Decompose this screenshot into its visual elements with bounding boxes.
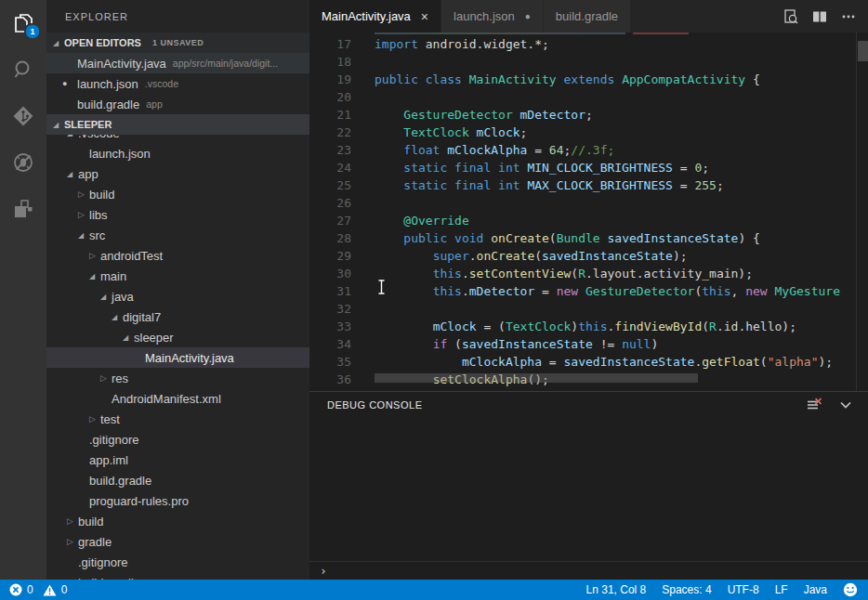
tree-item-androidmanifest-xml[interactable]: AndroidManifest.xml bbox=[46, 388, 309, 409]
open-editor-launch.json[interactable]: ●launch.json.vscode bbox=[46, 73, 309, 94]
line-number[interactable]: 28 bbox=[309, 231, 351, 245]
tree-item-digital7[interactable]: ◢digital7 bbox=[46, 307, 309, 327]
code-token: 64 bbox=[549, 143, 564, 157]
activity-bar-item-debug[interactable] bbox=[0, 139, 46, 186]
activity-bar-item-search[interactable] bbox=[0, 46, 46, 93]
code-line-31[interactable]: 31 this.mDetector = new GestureDetector(… bbox=[309, 282, 868, 300]
line-number[interactable]: 33 bbox=[309, 320, 351, 333]
tab-launch-json[interactable]: launch.json● bbox=[441, 0, 543, 33]
activity-bar-item-source-control[interactable] bbox=[0, 93, 46, 139]
more-actions-icon[interactable] bbox=[838, 7, 859, 27]
open-editor-MainActivity.java[interactable]: MainActivity.javaapp/src/main/java/digit… bbox=[46, 53, 309, 73]
tree-item-app[interactable]: ◢app bbox=[46, 163, 309, 184]
vertical-scrollbar-thumb[interactable] bbox=[858, 41, 868, 61]
line-number[interactable]: 31 bbox=[309, 284, 351, 298]
line-number[interactable]: 30 bbox=[309, 267, 351, 280]
code-line-33[interactable]: 33 mClock = (TextClock)this.findViewById… bbox=[309, 318, 868, 335]
line-number[interactable]: 22 bbox=[309, 125, 351, 139]
tree-item-build-gradle[interactable]: build.gradle bbox=[46, 470, 309, 490]
code-line-17[interactable]: 17import android.widget.*; bbox=[309, 35, 868, 53]
code-line-25[interactable]: 25 static final int MAX_CLOCK_BRIGHTNESS… bbox=[309, 176, 868, 194]
code-line-20[interactable]: 20 bbox=[309, 88, 868, 106]
vertical-scrollbar-track[interactable] bbox=[856, 33, 868, 391]
code-token: this bbox=[702, 284, 730, 298]
line-number[interactable]: 17 bbox=[309, 37, 351, 51]
tree-item-androidtest[interactable]: ▷androidTest bbox=[46, 245, 309, 266]
status-language-mode[interactable]: Java bbox=[804, 583, 827, 596]
close-icon[interactable]: × bbox=[421, 10, 428, 23]
feedback-smiley-icon[interactable] bbox=[843, 582, 858, 597]
clear-console-icon[interactable] bbox=[806, 397, 822, 413]
line-number[interactable]: 18 bbox=[309, 55, 351, 69]
status-cursor-position[interactable]: Ln 31, Col 8 bbox=[586, 583, 647, 596]
activity-bar-item-explorer[interactable]: 1 bbox=[0, 0, 46, 46]
code-line-29[interactable]: 29 super.onCreate(savedInstanceState); bbox=[309, 247, 868, 265]
status-indentation[interactable]: Spaces: 4 bbox=[662, 583, 711, 596]
code-line-35[interactable]: 35 mClockAlpha = savedInstanceState.getF… bbox=[309, 353, 868, 371]
tree-item-build[interactable]: ▷build bbox=[46, 511, 309, 531]
code-line-21[interactable]: 21 GestureDetector mDetector; bbox=[309, 106, 868, 124]
code-token bbox=[462, 72, 469, 86]
status-eol[interactable]: LF bbox=[775, 583, 788, 596]
line-number[interactable]: 20 bbox=[309, 90, 351, 104]
tree-item-main[interactable]: ◢main bbox=[46, 266, 309, 286]
code-editor[interactable]: 17import android.widget.*;1819public cla… bbox=[309, 33, 868, 391]
line-number[interactable]: 19 bbox=[309, 72, 351, 86]
workspace-section-header[interactable]: ◢ SLEEPER bbox=[46, 114, 309, 135]
tree-item-app-iml[interactable]: app.iml bbox=[46, 450, 309, 470]
tree-item--gitignore[interactable]: .gitignore bbox=[46, 429, 309, 450]
code-line-27[interactable]: 27 @Override bbox=[309, 212, 868, 229]
horizontal-scrollbar[interactable] bbox=[375, 373, 698, 383]
debug-console-input[interactable]: › bbox=[309, 561, 868, 580]
tree-item-mainactivity-java[interactable]: MainActivity.java bbox=[46, 347, 309, 368]
tree-item-res[interactable]: ▷res bbox=[46, 368, 309, 388]
problems-status[interactable]: 00 bbox=[0, 583, 72, 596]
line-number[interactable]: 24 bbox=[309, 161, 351, 175]
activity-bar-item-extensions[interactable] bbox=[0, 186, 46, 232]
code-line-28[interactable]: 28 public void onCreate(Bundle savedInst… bbox=[309, 229, 868, 247]
collapsed-twistie-icon: ▷ bbox=[67, 516, 78, 526]
tree-item-proguard-rules-pro[interactable]: proguard-rules.pro bbox=[46, 490, 309, 511]
line-number[interactable]: 26 bbox=[309, 196, 351, 210]
file-tree: ◢.vscodelaunch.json◢app▷build▷libs◢src▷a… bbox=[46, 123, 309, 580]
tree-item-launch-json[interactable]: launch.json bbox=[46, 143, 309, 163]
tree-item-test[interactable]: ▷test bbox=[46, 409, 309, 429]
line-number[interactable]: 27 bbox=[309, 214, 351, 228]
open-preview-icon[interactable] bbox=[781, 7, 801, 27]
code-line-22[interactable]: 22 TextClock mClock; bbox=[309, 124, 868, 141]
tree-item-gradle[interactable]: ▷gradle bbox=[46, 531, 309, 552]
chevron-down-icon[interactable] bbox=[837, 397, 854, 413]
tree-item-src[interactable]: ◢src bbox=[46, 225, 309, 245]
code-line-23[interactable]: 23 float mClockAlpha = 64;//.3f; bbox=[309, 141, 868, 159]
tree-item-build[interactable]: ▷build bbox=[46, 184, 309, 204]
tree-item-build-gradle[interactable]: build.gradle bbox=[46, 572, 309, 580]
tab-mainactivity-java[interactable]: MainActivity.java× bbox=[309, 0, 441, 33]
tree-item-libs[interactable]: ▷libs bbox=[46, 204, 309, 225]
code-line-34[interactable]: 34 if (savedInstanceState != null) bbox=[309, 335, 868, 353]
open-editor-build.gradle[interactable]: build.gradleapp bbox=[46, 94, 309, 114]
code-line-30[interactable]: 30 this.setContentView(R.layout.activity… bbox=[309, 265, 868, 282]
tree-item-label: MainActivity.java bbox=[145, 351, 234, 365]
line-number[interactable]: 29 bbox=[309, 249, 351, 263]
tree-item--gitignore[interactable]: .gitignore bbox=[46, 552, 309, 572]
open-editors-header[interactable]: ◢ OPEN EDITORS 1 UNSAVED bbox=[46, 33, 309, 53]
status-encoding[interactable]: UTF-8 bbox=[728, 583, 759, 596]
code-line-32[interactable]: 32 bbox=[309, 300, 868, 318]
split-editor-icon[interactable] bbox=[809, 7, 830, 27]
line-number[interactable]: 35 bbox=[309, 355, 351, 369]
code-token: { bbox=[745, 72, 760, 86]
line-number[interactable]: 21 bbox=[309, 108, 351, 122]
code-line-24[interactable]: 24 static final int MIN_CLOCK_BRIGHTNESS… bbox=[309, 159, 868, 176]
tab-build-gradle[interactable]: build.gradle bbox=[544, 0, 630, 33]
line-number[interactable]: 36 bbox=[309, 372, 351, 386]
tree-item-label: app.iml bbox=[89, 453, 128, 467]
tree-item-sleeper[interactable]: ◢sleeper bbox=[46, 327, 309, 347]
code-line-19[interactable]: 19public class MainActivity extends AppC… bbox=[309, 71, 868, 88]
line-number[interactable]: 34 bbox=[309, 337, 351, 351]
code-line-26[interactable]: 26 bbox=[309, 194, 868, 212]
code-line-18[interactable]: 18 bbox=[309, 53, 868, 71]
line-number[interactable]: 23 bbox=[309, 143, 351, 157]
line-number[interactable]: 25 bbox=[309, 178, 351, 192]
line-number[interactable]: 32 bbox=[309, 302, 351, 316]
tree-item-java[interactable]: ◢java bbox=[46, 286, 309, 307]
